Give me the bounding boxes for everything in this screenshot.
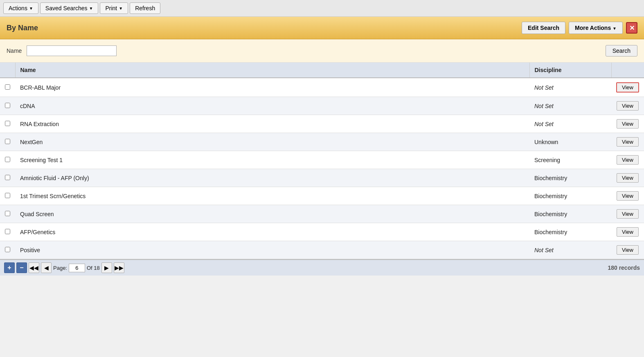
search-area: Name Search (0, 39, 644, 63)
row-checkbox[interactable] (5, 247, 10, 252)
row-name: Quad Screen (15, 205, 529, 223)
view-button[interactable]: View (617, 209, 639, 219)
row-checkbox-cell (0, 133, 15, 151)
panel-header: By Name Edit Search More Actions ▼ ✕ (0, 17, 644, 39)
row-checkbox-cell (0, 151, 15, 169)
row-checkbox[interactable] (5, 211, 10, 216)
row-discipline: Not Set (529, 97, 611, 115)
table-row: AFP/GeneticsBiochemistryView (0, 223, 644, 241)
table-row: PositiveNot SetView (0, 241, 644, 259)
row-discipline: Not Set (529, 115, 611, 133)
print-label: Print (105, 5, 117, 11)
more-actions-arrow: ▼ (612, 26, 617, 31)
page-of-label: Of 18 (87, 265, 100, 271)
actions-button[interactable]: Actions ▼ (3, 2, 38, 14)
view-button[interactable]: View (617, 191, 639, 201)
page-number-input[interactable] (69, 264, 85, 272)
row-checkbox[interactable] (5, 175, 10, 180)
row-action-cell: View (611, 115, 644, 133)
table-row: RNA ExtractionNot SetView (0, 115, 644, 133)
actions-dropdown-arrow: ▼ (29, 6, 33, 11)
row-checkbox-cell (0, 241, 15, 259)
row-name: NextGen (15, 133, 529, 151)
row-checkbox-cell (0, 187, 15, 205)
page-prefix-label: Page: (53, 265, 67, 271)
row-checkbox[interactable] (5, 229, 10, 234)
remove-record-button[interactable]: − (16, 262, 27, 273)
header-name-col: Name (15, 63, 529, 78)
print-button[interactable]: Print ▼ (100, 2, 128, 14)
table-row: NextGenUnknownView (0, 133, 644, 151)
edit-search-button[interactable]: Edit Search (522, 22, 565, 34)
row-checkbox-cell (0, 205, 15, 223)
row-name: cDNA (15, 97, 529, 115)
row-checkbox[interactable] (5, 139, 10, 144)
next-page-button[interactable]: ▶ (101, 262, 112, 273)
row-checkbox[interactable] (5, 121, 10, 126)
row-name: 1st Trimest Scrn/Genetics (15, 187, 529, 205)
row-name: AFP/Genetics (15, 223, 529, 241)
add-record-button[interactable]: + (4, 262, 15, 273)
actions-label: Actions (9, 5, 27, 11)
table-row: 1st Trimest Scrn/GeneticsBiochemistryVie… (0, 187, 644, 205)
table-header-row: Name Discipline (0, 63, 644, 78)
row-discipline: Biochemistry (529, 205, 611, 223)
view-button[interactable]: View (617, 119, 639, 129)
pagination-left: + − ◀◀ ◀ Page: Of 18 ▶ ▶▶ (4, 262, 124, 273)
view-button[interactable]: View (617, 155, 639, 165)
row-action-cell: View (611, 241, 644, 259)
panel-title: By Name (7, 24, 38, 32)
prev-page-button[interactable]: ◀ (41, 262, 52, 273)
refresh-button[interactable]: Refresh (130, 2, 160, 14)
panel-header-actions: Edit Search More Actions ▼ ✕ (522, 22, 637, 34)
view-button[interactable]: View (617, 101, 639, 111)
saved-searches-label: Saved Searches (45, 5, 88, 11)
row-checkbox-cell (0, 223, 15, 241)
saved-searches-dropdown-arrow: ▼ (89, 6, 93, 11)
row-checkbox-cell (0, 97, 15, 115)
header-action-col (611, 63, 644, 78)
row-name: BCR-ABL Major (15, 78, 529, 97)
more-actions-button[interactable]: More Actions ▼ (569, 22, 623, 34)
view-button[interactable]: View (617, 245, 639, 255)
table-row: BCR-ABL MajorNot SetView (0, 78, 644, 97)
view-button[interactable]: View (617, 173, 639, 183)
row-checkbox-cell (0, 169, 15, 187)
row-action-cell: View (611, 187, 644, 205)
refresh-label: Refresh (135, 5, 155, 11)
row-checkbox[interactable] (5, 84, 10, 90)
first-page-button[interactable]: ◀◀ (29, 262, 39, 273)
row-action-cell: View (611, 223, 644, 241)
row-checkbox[interactable] (5, 103, 10, 108)
table-row: cDNANot SetView (0, 97, 644, 115)
row-action-cell: View (611, 97, 644, 115)
table-row: Amniotic Fluid - AFP (Only)BiochemistryV… (0, 169, 644, 187)
view-button[interactable]: View (616, 82, 639, 93)
row-action-cell: View (611, 151, 644, 169)
last-page-button[interactable]: ▶▶ (114, 262, 124, 273)
view-button[interactable]: View (617, 227, 639, 237)
close-button[interactable]: ✕ (626, 22, 637, 34)
header-discipline-col: Discipline (529, 63, 611, 78)
row-name: Amniotic Fluid - AFP (Only) (15, 169, 529, 187)
row-action-cell: View (611, 205, 644, 223)
header-checkbox-col (0, 63, 15, 78)
print-dropdown-arrow: ▼ (119, 6, 123, 11)
table-row: Screening Test 1ScreeningView (0, 151, 644, 169)
view-button[interactable]: View (617, 137, 639, 147)
pagination-bar: + − ◀◀ ◀ Page: Of 18 ▶ ▶▶ 180 records (0, 259, 644, 276)
more-actions-label: More Actions (575, 25, 611, 31)
name-input[interactable] (27, 45, 117, 56)
row-checkbox[interactable] (5, 157, 10, 162)
row-action-cell: View (611, 169, 644, 187)
row-discipline: Unknown (529, 133, 611, 151)
row-discipline: Biochemistry (529, 187, 611, 205)
row-discipline: Screening (529, 151, 611, 169)
record-count: 180 records (608, 264, 640, 271)
row-discipline: Not Set (529, 241, 611, 259)
saved-searches-button[interactable]: Saved Searches ▼ (40, 2, 99, 14)
row-checkbox[interactable] (5, 193, 10, 198)
row-discipline: Biochemistry (529, 223, 611, 241)
row-discipline: Not Set (529, 78, 611, 97)
search-button[interactable]: Search (606, 45, 637, 56)
